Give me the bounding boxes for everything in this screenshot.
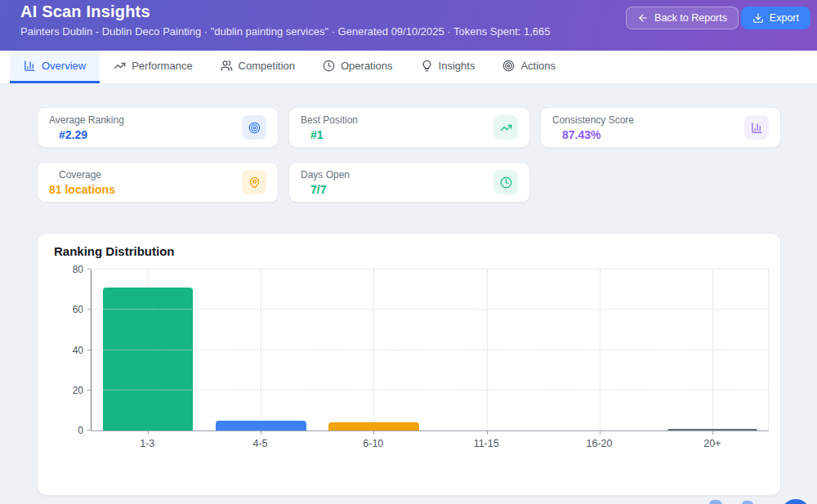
stat-value: 81 locations (49, 183, 115, 196)
y-axis-tick (87, 390, 92, 390)
y-axis-label: 80 (52, 264, 83, 275)
x-axis-tick (600, 430, 600, 435)
page-title: AI Scan Insights (20, 2, 150, 21)
tab-label: Overview (42, 60, 86, 72)
partial-bottom-element (709, 500, 722, 504)
tab-performance[interactable]: Performance (100, 51, 206, 83)
bar-4-5[interactable] (216, 421, 306, 430)
stat-card-days-open: Days Open 7/7 (288, 162, 530, 203)
export-button-label: Export (770, 12, 799, 24)
x-axis-tick (487, 430, 488, 435)
stat-card-average-ranking: Average Ranking #2.29 (37, 107, 279, 148)
chart-slot-4-5 (204, 270, 317, 430)
chart-slot-1-3 (92, 270, 204, 430)
trending-up-icon (114, 60, 126, 72)
chart-slot-20+ (656, 270, 769, 430)
trending-up-icon (500, 122, 512, 134)
chart-slot-11-15 (431, 270, 543, 430)
x-gridline (600, 270, 600, 430)
back-button-label: Back to Reports (654, 12, 727, 24)
x-axis-tick (261, 430, 261, 435)
x-axis-label: 20+ (656, 438, 769, 449)
tab-overview[interactable]: Overview (10, 51, 100, 83)
stat-card-consistency-score: Consistency Score 87.43% (540, 107, 781, 148)
tab-actions[interactable]: Actions (489, 51, 569, 83)
chat-fab-button[interactable] (781, 499, 810, 504)
stat-label: Coverage (49, 169, 115, 181)
tab-label: Performance (132, 60, 192, 72)
tab-label: Actions (520, 60, 556, 72)
stat-label: Best Position (301, 114, 358, 126)
arrow-left-icon (637, 12, 649, 24)
x-axis-label: 11-15 (430, 438, 542, 449)
x-gridline (373, 270, 374, 430)
map-pin-icon (248, 176, 261, 189)
lightbulb-icon (421, 60, 433, 72)
page-header: AI Scan Insights Painters Dublin - Dubli… (0, 0, 817, 51)
y-axis-tick (87, 350, 92, 350)
y-gridline (92, 269, 769, 270)
clock-icon (500, 176, 512, 189)
tab-bar: Overview Performance Competition Operati… (0, 51, 817, 84)
x-axis-label: 16-20 (542, 438, 655, 449)
y-axis-tick (87, 430, 92, 430)
y-axis-label: 60 (52, 304, 83, 315)
y-gridline (92, 390, 769, 390)
y-gridline (92, 350, 769, 350)
tab-operations[interactable]: Operations (309, 51, 407, 83)
y-axis-tick (87, 269, 92, 270)
bar-chart-icon (751, 122, 763, 134)
x-gridline (712, 270, 713, 430)
chart-bars-area (92, 270, 769, 430)
target-icon (502, 60, 515, 72)
tab-label: Operations (341, 60, 393, 72)
x-axis-label: 1-3 (91, 438, 203, 449)
stat-label: Consistency Score (552, 114, 634, 126)
y-gridline (92, 309, 769, 310)
x-axis-label: 4-5 (203, 438, 316, 449)
stat-card-best-position: Best Position #1 (288, 107, 530, 148)
stat-value: #2.29 (49, 128, 124, 141)
chart-slot-16-20 (543, 270, 656, 430)
ranking-distribution-chart: 020406080 (91, 270, 769, 431)
users-icon (221, 60, 233, 72)
tab-label: Competition (239, 60, 295, 72)
y-axis-label: 40 (52, 345, 83, 356)
target-icon (248, 122, 261, 134)
y-axis-label: 20 (52, 385, 83, 396)
x-gridline (487, 270, 488, 430)
ranking-distribution-card: Ranking Distribution 020406080 1-34-56-1… (37, 233, 781, 496)
partial-bottom-element (742, 501, 753, 504)
stat-value: 7/7 (301, 183, 350, 196)
bar-6-10[interactable] (328, 422, 419, 430)
stat-label: Average Ranking (49, 114, 124, 126)
stat-label: Days Open (301, 169, 350, 181)
page-subtitle: Painters Dublin - Dublin Deco Painting ·… (20, 25, 551, 38)
tab-insights[interactable]: Insights (407, 51, 489, 83)
back-to-reports-button[interactable]: Back to Reports (626, 7, 739, 29)
clock-icon (323, 60, 335, 72)
chart-title: Ranking Distribution (54, 244, 175, 258)
stat-value: #1 (301, 128, 358, 141)
stat-card-coverage: Coverage 81 locations (37, 162, 279, 203)
x-gridline (261, 270, 261, 430)
y-axis-tick (87, 309, 92, 310)
export-button[interactable]: Export (741, 7, 810, 29)
bar-chart-icon (24, 60, 36, 72)
tab-label: Insights (439, 60, 475, 72)
tab-competition[interactable]: Competition (207, 51, 309, 83)
chart-slot-6-10 (317, 270, 430, 430)
y-axis-label: 0 (52, 425, 83, 436)
x-axis-label: 6-10 (317, 438, 430, 449)
x-axis-labels: 1-34-56-1011-1516-2020+ (91, 438, 769, 449)
stat-value: 87.43% (552, 128, 634, 141)
x-axis-tick (373, 430, 374, 435)
ai-scan-insights-page: AI Scan Insights Painters Dublin - Dubli… (0, 0, 817, 504)
x-axis-tick (148, 430, 149, 435)
download-icon (752, 12, 764, 24)
x-axis-tick (712, 430, 713, 435)
